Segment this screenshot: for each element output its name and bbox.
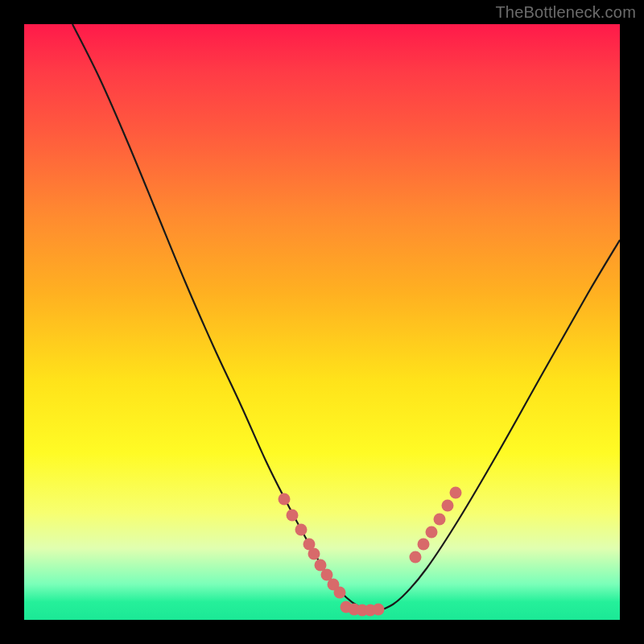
highlight-dot bbox=[295, 524, 308, 536]
highlight-dot bbox=[373, 604, 385, 616]
highlight-dot bbox=[279, 493, 291, 506]
highlight-dots-right bbox=[410, 487, 462, 564]
watermark-text: TheBottleneck.com bbox=[495, 3, 636, 22]
highlight-dot bbox=[410, 551, 422, 564]
highlight-dot bbox=[308, 548, 320, 560]
highlight-dot bbox=[418, 539, 430, 551]
highlight-dots-left bbox=[279, 493, 346, 599]
curve-svg bbox=[24, 24, 620, 620]
highlight-dot bbox=[434, 514, 446, 526]
highlight-dots-bottom bbox=[341, 601, 385, 617]
frame-border-right bbox=[620, 0, 644, 644]
highlight-dot bbox=[450, 487, 462, 499]
chart-frame: TheBottleneck.com bbox=[0, 0, 644, 644]
highlight-dot bbox=[442, 500, 454, 512]
highlight-dot bbox=[334, 587, 346, 599]
frame-border-bottom bbox=[0, 620, 644, 644]
plot-area bbox=[24, 24, 620, 620]
highlight-dot bbox=[287, 510, 299, 522]
frame-border-left bbox=[0, 0, 24, 644]
bottleneck-curve-line bbox=[72, 24, 620, 611]
highlight-dot bbox=[426, 526, 438, 539]
